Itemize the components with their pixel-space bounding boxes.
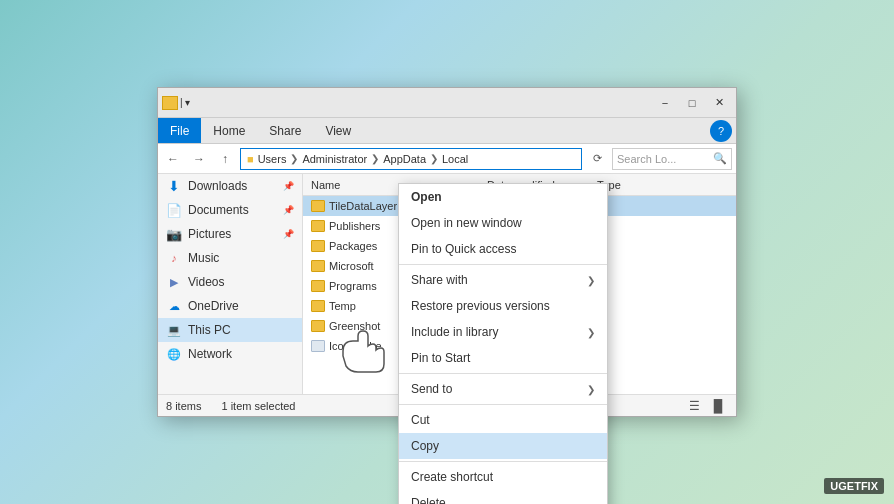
hand-cursor-icon	[338, 326, 398, 376]
maximize-button[interactable]: □	[679, 93, 705, 113]
folder-icon-microsoft	[311, 260, 325, 272]
ctx-sep-3	[399, 404, 607, 405]
music-icon: ♪	[166, 251, 182, 265]
refresh-button[interactable]: ⟳	[586, 148, 608, 170]
ctx-sep-4	[399, 461, 607, 462]
item-count: 8 items	[166, 400, 201, 412]
minimize-button[interactable]: −	[652, 93, 678, 113]
view-tiles-button[interactable]: █	[708, 397, 728, 415]
path-arrow-1: ❯	[290, 153, 298, 164]
ctx-sendto-arrow: ❯	[587, 384, 595, 395]
sidebar-item-music[interactable]: ♪ Music	[158, 246, 302, 270]
sidebar-item-videos[interactable]: ▶ Videos	[158, 270, 302, 294]
search-box[interactable]: Search Lo... 🔍	[612, 148, 732, 170]
sidebar-label-pictures: Pictures	[188, 227, 231, 241]
path-segment-users: Users	[258, 153, 287, 165]
sidebar-label-network: Network	[188, 347, 232, 361]
ctx-sep-1	[399, 264, 607, 265]
title-icons: | ▾	[162, 96, 190, 110]
forward-button[interactable]: →	[188, 148, 210, 170]
folder-icon-publishers	[311, 220, 325, 232]
sidebar-item-documents[interactable]: 📄 Documents 📌	[158, 198, 302, 222]
ctx-delete[interactable]: Delete	[399, 490, 607, 504]
ctx-share-with[interactable]: Share with ❯	[399, 267, 607, 293]
path-arrow-2: ❯	[371, 153, 379, 164]
sidebar-label-onedrive: OneDrive	[188, 299, 239, 313]
window-controls: − □ ✕	[652, 93, 732, 113]
explorer-window: | ▾ − □ ✕ File Home Share View ? ← → ↑ ■…	[157, 87, 737, 417]
folder-title-icon	[162, 96, 178, 110]
video-icon: ▶	[166, 275, 182, 289]
path-segment-admin: Administrator	[302, 153, 367, 165]
ctx-sep-2	[399, 373, 607, 374]
sidebar-label-documents: Documents	[188, 203, 249, 217]
ctx-include-library[interactable]: Include in library ❯	[399, 319, 607, 345]
title-bar: | ▾ − □ ✕	[158, 88, 736, 118]
network-icon: 🌐	[166, 347, 182, 361]
ctx-share-arrow: ❯	[587, 275, 595, 286]
ctx-create-shortcut[interactable]: Create shortcut	[399, 464, 607, 490]
downloads-icon: ⬇	[166, 179, 182, 193]
watermark: UGETFIX	[824, 478, 884, 494]
path-segment-appdata: AppData	[383, 153, 426, 165]
sidebar-item-thispc[interactable]: 💻 This PC	[158, 318, 302, 342]
tab-view[interactable]: View	[313, 118, 363, 143]
sidebar-item-onedrive[interactable]: ☁ OneDrive	[158, 294, 302, 318]
ctx-restore-versions[interactable]: Restore previous versions	[399, 293, 607, 319]
title-separator: | ▾	[180, 97, 190, 108]
pictures-icon: 📷	[166, 227, 182, 241]
sidebar-label-thispc: This PC	[188, 323, 231, 337]
sidebar-label-videos: Videos	[188, 275, 224, 289]
folder-icon-greenshot	[311, 320, 325, 332]
path-arrow-3: ❯	[430, 153, 438, 164]
ctx-pin-start[interactable]: Pin to Start	[399, 345, 607, 371]
folder-icon-packages	[311, 240, 325, 252]
ribbon-tabs: File Home Share View ?	[158, 118, 736, 144]
ctx-open[interactable]: Open	[399, 184, 607, 210]
file-icon-iconcache	[311, 340, 325, 352]
pin-icon-docs: 📌	[283, 205, 294, 215]
help-button[interactable]: ?	[710, 120, 732, 142]
close-button[interactable]: ✕	[706, 93, 732, 113]
tab-file[interactable]: File	[158, 118, 201, 143]
sidebar-item-pictures[interactable]: 📷 Pictures 📌	[158, 222, 302, 246]
sidebar: ⬇ Downloads 📌 📄 Documents 📌 📷 Pictures 📌…	[158, 174, 303, 394]
search-icon: 🔍	[713, 152, 727, 165]
back-button[interactable]: ←	[162, 148, 184, 170]
ctx-copy[interactable]: Copy	[399, 433, 607, 459]
pin-icon-pictures: 📌	[283, 229, 294, 239]
pin-icon-downloads: 📌	[283, 181, 294, 191]
context-menu: Open Open in new window Pin to Quick acc…	[398, 183, 608, 504]
selection-status: 1 item selected	[221, 400, 295, 412]
ctx-library-arrow: ❯	[587, 327, 595, 338]
ctx-cut[interactable]: Cut	[399, 407, 607, 433]
path-segment-local: Local	[442, 153, 468, 165]
documents-icon: 📄	[166, 203, 182, 217]
path-folder-icon: ■	[247, 153, 254, 165]
search-placeholder: Search Lo...	[617, 153, 676, 165]
ctx-send-to[interactable]: Send to ❯	[399, 376, 607, 402]
address-path[interactable]: ■ Users ❯ Administrator ❯ AppData ❯ Loca…	[240, 148, 582, 170]
tab-home[interactable]: Home	[201, 118, 257, 143]
tab-share[interactable]: Share	[257, 118, 313, 143]
view-details-button[interactable]: ☰	[684, 397, 704, 415]
folder-icon-temp	[311, 300, 325, 312]
view-buttons: ☰ █	[684, 397, 728, 415]
ctx-open-new-window[interactable]: Open in new window	[399, 210, 607, 236]
sidebar-label-music: Music	[188, 251, 219, 265]
folder-icon-tiledatalayer	[311, 200, 325, 212]
sidebar-item-downloads[interactable]: ⬇ Downloads 📌	[158, 174, 302, 198]
up-button[interactable]: ↑	[214, 148, 236, 170]
pc-icon: 💻	[166, 323, 182, 337]
folder-icon-programs	[311, 280, 325, 292]
address-bar: ← → ↑ ■ Users ❯ Administrator ❯ AppData …	[158, 144, 736, 174]
cloud-icon: ☁	[166, 299, 182, 313]
ctx-pin-quick-access[interactable]: Pin to Quick access	[399, 236, 607, 262]
sidebar-item-network[interactable]: 🌐 Network	[158, 342, 302, 366]
sidebar-label-downloads: Downloads	[188, 179, 247, 193]
